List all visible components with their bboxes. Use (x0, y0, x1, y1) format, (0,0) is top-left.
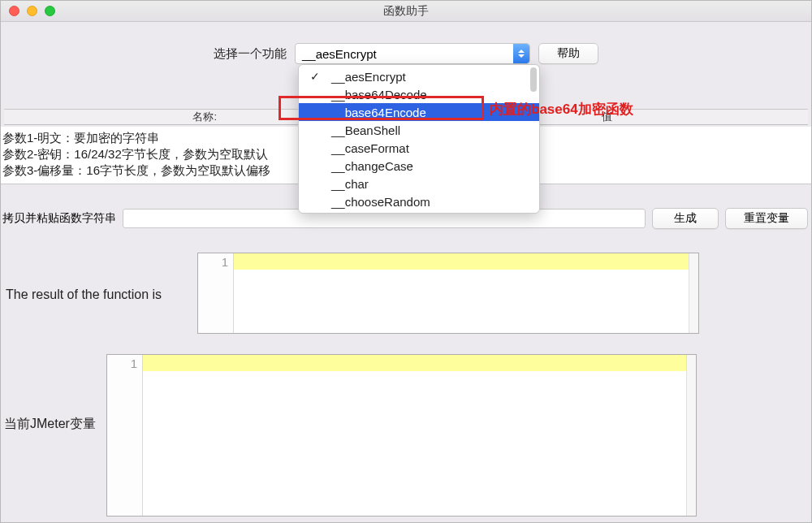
window-title: 函数助手 (1, 4, 811, 19)
current-line-highlight (143, 355, 686, 371)
dropdown-item-label: __changeCase (331, 159, 413, 173)
dropdown-item-label: __BeanShell (331, 123, 400, 137)
dropdown-item[interactable]: __base64Decode (299, 85, 539, 103)
dropdown-item[interactable]: __base64Encode (299, 103, 539, 121)
reset-vars-button[interactable]: 重置变量 (725, 208, 808, 229)
dropdown-item[interactable]: __chooseRandom (299, 192, 539, 210)
function-combobox[interactable]: __aesEncrypt (295, 43, 530, 64)
function-helper-window: 函数助手 选择一个功能 __aesEncrypt 帮助 名称: 值 参数1-明文… (0, 0, 812, 523)
function-combobox-value: __aesEncrypt (302, 47, 377, 61)
dropdown-item[interactable]: __char (299, 175, 539, 192)
select-function-label: 选择一个功能 (214, 46, 287, 62)
chevron-updown-icon[interactable] (513, 44, 529, 63)
gutter-linenum: 1 (198, 253, 234, 333)
check-icon: ✓ (310, 70, 320, 83)
scrollbar[interactable] (686, 355, 696, 516)
function-select-row: 选择一个功能 __aesEncrypt 帮助 (1, 43, 811, 64)
generate-button[interactable]: 生成 (652, 208, 719, 229)
dropdown-item-label: __base64Decode (331, 88, 427, 102)
help-button[interactable]: 帮助 (538, 43, 598, 64)
scrollbar[interactable] (689, 253, 698, 333)
dropdown-item-label: __aesEncrypt (331, 70, 406, 84)
dropdown-item-label: __chooseRandom (331, 195, 430, 209)
copy-label: 拷贝并粘贴函数字符串 (2, 211, 116, 226)
current-line-highlight (234, 253, 689, 270)
titlebar: 函数助手 (1, 1, 811, 22)
dropdown-item-label: __base64Encode (331, 106, 426, 119)
dropdown-item[interactable]: __BeanShell (299, 121, 539, 139)
function-dropdown-menu[interactable]: ✓ __aesEncrypt __base64Decode __base64En… (298, 64, 540, 214)
dropdown-item[interactable]: __changeCase (299, 157, 539, 175)
jmeter-vars-label: 当前JMeter变量 (4, 416, 96, 433)
result-panel[interactable]: 1 (197, 253, 699, 334)
dropdown-item[interactable]: ✓ __aesEncrypt (299, 67, 539, 85)
jmeter-vars-panel[interactable]: 1 (106, 354, 697, 517)
dropdown-item-label: __char (331, 177, 369, 191)
dropdown-item[interactable]: __caseFormat (299, 139, 539, 157)
result-label: The result of the function is (6, 287, 162, 302)
gutter-linenum: 1 (107, 355, 143, 516)
dropdown-item-label: __caseFormat (331, 141, 409, 155)
